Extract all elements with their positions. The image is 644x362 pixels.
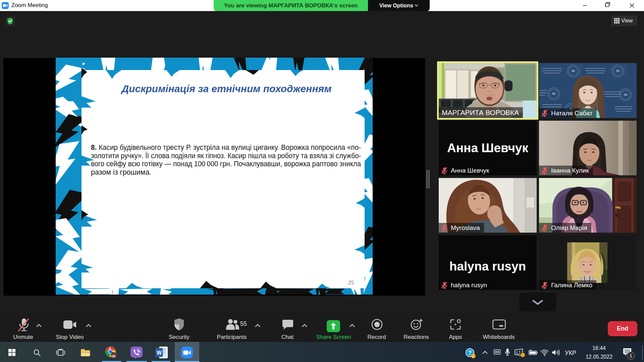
- svg-text:?: ?: [468, 350, 472, 356]
- svg-text:W: W: [157, 350, 162, 356]
- svg-text:i: i: [473, 354, 474, 358]
